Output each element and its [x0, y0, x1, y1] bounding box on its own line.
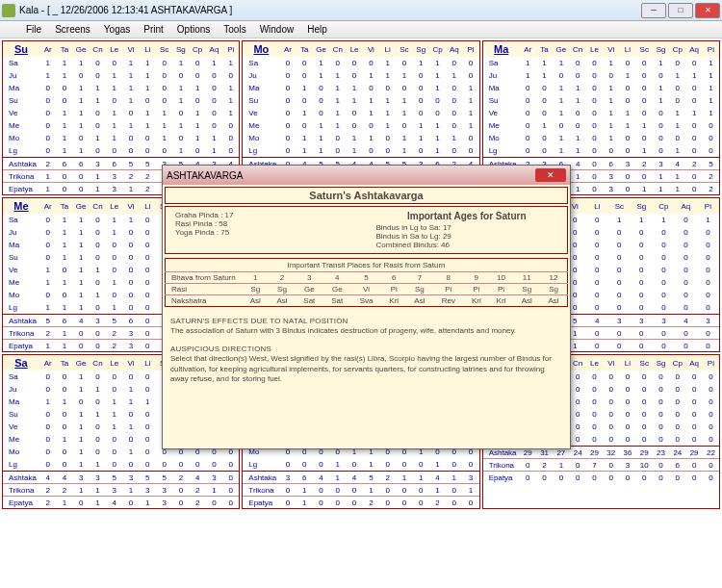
row-label: Ve: [3, 266, 39, 274]
cell: 1: [56, 303, 72, 312]
cell: 0: [413, 146, 429, 155]
cell: 1: [156, 109, 172, 117]
cell: 8: [433, 272, 464, 284]
cell: 0: [608, 329, 631, 338]
cell: 0: [56, 460, 72, 469]
cell: 1: [429, 84, 446, 92]
cell: 0: [140, 460, 156, 469]
cell: 1: [363, 486, 379, 495]
cell: 1: [608, 216, 631, 224]
cell: 1: [603, 96, 619, 105]
dialog-titlebar[interactable]: ASHTAKAVARGA✕: [163, 166, 570, 185]
cell: 3: [73, 473, 90, 482]
menu-options[interactable]: Options: [170, 24, 217, 35]
cell: 0: [685, 461, 702, 470]
cell: 0: [39, 216, 56, 224]
cell: 1: [56, 241, 72, 249]
cell: 1: [297, 109, 313, 117]
cell: 0: [685, 96, 702, 105]
minimize-button[interactable]: ─: [641, 3, 666, 18]
menu-tools[interactable]: Tools: [217, 24, 252, 35]
cell: 0: [39, 385, 56, 394]
cell: 1: [462, 96, 478, 105]
cell: 11: [513, 272, 540, 284]
cell: 0: [106, 253, 122, 262]
col-Le: Le: [106, 45, 122, 54]
menu-screens[interactable]: Screens: [48, 24, 97, 35]
cell: 0: [279, 121, 296, 130]
cell: 0: [520, 134, 536, 142]
cell: 5: [156, 473, 172, 482]
cell: 0: [297, 71, 313, 80]
cell: 1: [140, 84, 156, 92]
cell: 0: [697, 329, 719, 338]
cell: 0: [190, 71, 206, 80]
menu-yogas[interactable]: Yogas: [97, 24, 137, 35]
cell: Bhava from Saturn: [166, 272, 243, 284]
cell: 4: [429, 473, 446, 482]
cell: 1: [206, 146, 222, 155]
col-Vi: Vi: [363, 45, 379, 54]
cell: 0: [122, 303, 139, 312]
cell: Sg: [406, 284, 433, 295]
cell: 0: [586, 59, 603, 67]
cell: 1: [56, 342, 72, 350]
cell: 1: [329, 121, 346, 130]
row-label: Ve: [3, 109, 39, 117]
cell: 3: [296, 272, 323, 284]
cell: 0: [703, 385, 719, 394]
cell: 0: [653, 435, 669, 444]
col-Aq: Aq: [206, 45, 222, 54]
ages-header: Important Ages for Saturn: [376, 211, 558, 221]
cell: Ge: [323, 284, 351, 295]
cell: 0: [653, 422, 669, 431]
cell: 3: [140, 486, 156, 495]
cell: 0: [106, 447, 122, 456]
cell: 0: [346, 121, 362, 130]
menu-window[interactable]: Window: [253, 24, 301, 35]
cell: 5: [351, 272, 382, 284]
sum-label: Ashtaka: [3, 317, 39, 325]
cell: 0: [586, 253, 608, 262]
cell: 0: [329, 499, 346, 507]
maximize-button[interactable]: □: [668, 3, 693, 18]
cell: 0: [140, 342, 156, 350]
cell: 0: [669, 422, 685, 431]
menu-help[interactable]: Help: [300, 24, 334, 35]
cell: 1: [39, 172, 56, 181]
sum-label: Epatya: [243, 499, 279, 507]
cell: 1: [222, 84, 239, 92]
dialog-close-button[interactable]: ✕: [535, 168, 566, 182]
cell: 1: [346, 146, 362, 155]
col-Vi: Vi: [122, 202, 139, 211]
cell: 0: [608, 266, 631, 274]
cell: 0: [140, 447, 156, 456]
cell: 0: [39, 241, 56, 249]
cell: 0: [570, 59, 586, 67]
col-Le: Le: [106, 202, 122, 211]
cell: 0: [619, 172, 635, 181]
cell: 1: [190, 84, 206, 92]
cell: 0: [462, 499, 478, 507]
cell: 3: [122, 473, 139, 482]
cell: 23: [653, 448, 669, 457]
row-label: Ju: [3, 71, 39, 80]
menu-print[interactable]: Print: [137, 24, 170, 35]
cell: 0: [631, 329, 653, 338]
cell: 0: [586, 146, 603, 155]
col-Cp: Cp: [653, 202, 675, 211]
close-button[interactable]: ✕: [695, 3, 720, 18]
cell: 2: [39, 160, 56, 168]
cell: 1: [685, 109, 702, 117]
cell: 0: [586, 121, 603, 130]
cell: 1: [73, 266, 90, 274]
cell: 0: [106, 96, 122, 105]
cell: 0: [586, 84, 603, 92]
cell: 1: [396, 71, 412, 80]
menu-file[interactable]: File: [19, 24, 48, 35]
row-label: Sa: [3, 372, 39, 381]
cell: 1: [122, 422, 139, 431]
cell: 3: [608, 317, 631, 325]
cell: 1: [39, 303, 56, 312]
cell: 1: [56, 435, 72, 444]
